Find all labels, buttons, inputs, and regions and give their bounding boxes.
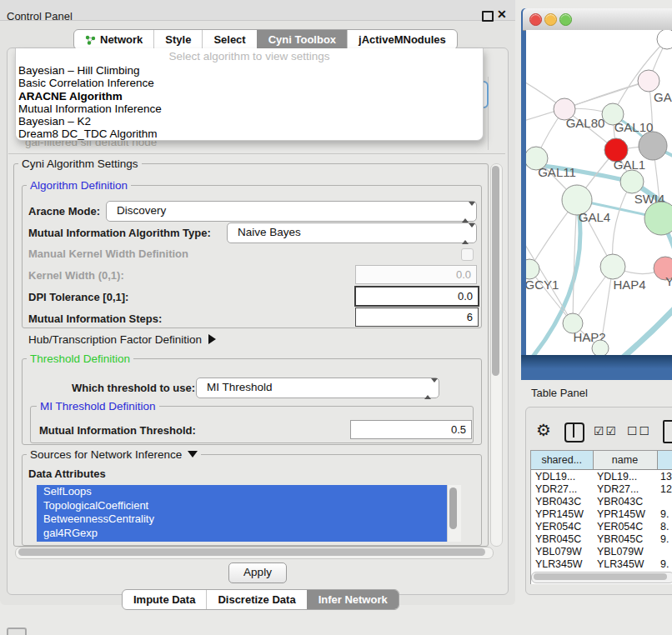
tab-select[interactable]: Select (202, 30, 256, 49)
table-cell[interactable]: 13 (657, 470, 672, 483)
apply-button[interactable]: Apply (228, 562, 287, 583)
column-header-a[interactable]: A (657, 451, 672, 470)
table-row[interactable]: YDL19...YDL19...13 (531, 470, 672, 483)
deselect-all-icon[interactable]: ☐☐ (627, 424, 651, 438)
hub-transcription-expander[interactable]: Hub/Transcription Factor Definition (28, 333, 216, 346)
table-row[interactable]: YER054CYER054C8. (531, 520, 672, 532)
kernel-width-field[interactable]: 0.0 (355, 265, 477, 284)
mi-threshold-label: Mutual Information Threshold: (39, 424, 196, 437)
table-cell[interactable]: 9. (657, 508, 672, 520)
control-panel-tabs: NetworkStyleSelectCyni ToolboxjActiveMNo… (73, 29, 458, 50)
close-traffic-light-icon[interactable] (529, 13, 542, 26)
table-row[interactable]: YBR045CYBR045C9. (531, 532, 672, 545)
dpi-tolerance-field[interactable]: 0.0 (354, 286, 479, 307)
table-cell[interactable] (657, 495, 672, 508)
column-header-name[interactable]: name (593, 451, 657, 470)
attributes-scrollbar-thumb[interactable] (449, 488, 457, 529)
table-cell[interactable]: YBR043C (593, 495, 657, 508)
table-cell[interactable]: YBL079W (593, 545, 657, 558)
algorithm-item-mutual-information-inference[interactable]: Mutual Information Inference (16, 102, 483, 115)
table-cell[interactable]: YBR045C (531, 532, 593, 545)
mi-steps-field[interactable]: 6 (355, 308, 479, 327)
table-cell[interactable]: YDL19... (531, 470, 593, 483)
attribute-item-betweennesscentrality[interactable]: BetweennessCentrality (37, 512, 447, 527)
network-node[interactable] (639, 132, 667, 160)
table-cell[interactable]: YDR27... (531, 482, 593, 495)
table-cell[interactable] (657, 545, 672, 558)
sources-title-label: Sources for Network Inference (30, 448, 182, 461)
network-node-hap4[interactable] (600, 254, 625, 279)
table-cell[interactable]: YDL19... (593, 470, 657, 483)
network-edge[interactable] (612, 182, 632, 267)
table-cell[interactable]: YER054C (531, 520, 593, 532)
algorithm-definition-title: Algorithm Definition (27, 179, 131, 192)
algorithm-item-dream8-dc-tdc-algorithm[interactable]: Dream8 DC_TDC Algorithm (16, 128, 483, 140)
table-cell[interactable]: YBR045C (593, 532, 657, 545)
bottom-tab-discretize-data[interactable]: Discretize Data (206, 590, 306, 609)
tab-label: Style (165, 30, 191, 49)
table-cell[interactable]: YDR27... (593, 482, 657, 495)
table-cell[interactable]: YBR043C (531, 495, 593, 508)
sources-group-title[interactable]: Sources for Network Inference (27, 448, 201, 461)
table-row[interactable]: YBL079WYBL079W (531, 545, 672, 558)
file-icon[interactable] (663, 420, 672, 443)
table-row[interactable]: YPR145WYPR145W9. (531, 508, 672, 520)
table-cell[interactable]: YPR145W (593, 508, 657, 520)
tab-network[interactable]: Network (74, 30, 153, 49)
manual-kernel-width-checkbox[interactable] (461, 248, 474, 261)
attribute-item-selfloops[interactable]: SelfLoops (37, 485, 447, 499)
network-node-gcy1[interactable] (526, 259, 539, 279)
bottom-tab-infer-network[interactable]: Infer Network (307, 590, 399, 609)
mi-algorithm-type-combo[interactable]: Naive Bayes (227, 222, 477, 243)
which-threshold-combo[interactable]: MI Threshold (196, 378, 439, 398)
network-node-gal[interactable] (638, 70, 659, 92)
network-node[interactable] (657, 30, 672, 49)
settings-vertical-scrollbar-thumb[interactable] (492, 166, 499, 376)
column-header-shared-[interactable]: shared... (531, 451, 593, 470)
network-canvas[interactable]: GALGAL80GAL10GAL1GAL11SWI4GAL4GCY1HAP4YH… (526, 30, 672, 355)
table-panel-title: Table Panel (531, 387, 588, 399)
split-columns-icon[interactable] (564, 422, 584, 442)
panel-separator (8, 153, 505, 154)
table-cell[interactable]: YPR145W (531, 508, 593, 520)
table-cell[interactable]: YBL079W (531, 545, 593, 558)
table-cell[interactable]: 12 (657, 482, 672, 495)
select-all-icon[interactable]: ☑☑ (594, 424, 618, 438)
float-window-icon[interactable] (482, 11, 494, 22)
mi-threshold-field[interactable]: 0.5 (350, 420, 472, 439)
spinner-arrows-icon (424, 382, 431, 395)
gear-icon[interactable]: ⚙ (536, 420, 551, 440)
settings-horizontal-scrollbar-thumb[interactable] (18, 548, 485, 556)
table-row[interactable]: YBR043CYBR043C (531, 495, 672, 508)
tab-style[interactable]: Style (153, 30, 202, 49)
network-edge[interactable] (622, 305, 672, 355)
minimize-traffic-light-icon[interactable] (544, 13, 557, 26)
attribute-item-topologicalcoefficient[interactable]: TopologicalCoefficient (37, 499, 447, 513)
network-node[interactable] (644, 202, 672, 235)
table-cell[interactable]: YLR345W (531, 558, 593, 570)
table-row[interactable]: YDR27...YDR27...12 (531, 482, 672, 495)
bottom-tab-impute-data[interactable]: Impute Data (123, 590, 206, 609)
tab-cyni-toolbox[interactable]: Cyni Toolbox (257, 30, 347, 49)
algorithm-item-bayesian-k2[interactable]: Bayesian – K2 (16, 115, 483, 128)
zoom-traffic-light-icon[interactable] (559, 13, 572, 26)
algorithm-item-aracne-algorithm[interactable]: ARACNE Algorithm (16, 90, 483, 102)
mi-algorithm-type-label: Mutual Information Algorithm Type: (28, 227, 211, 239)
attribute-item-gal4rgexp[interactable]: gal4RGexp (37, 527, 447, 541)
table-cell[interactable]: YER054C (593, 520, 657, 532)
network-node-swi4[interactable] (620, 170, 644, 193)
minimized-panel-stub[interactable] (7, 628, 27, 635)
table-cell[interactable]: YLR345W (593, 558, 657, 570)
algorithm-list: Bayesian – Hill ClimbingBasic Correlatio… (16, 64, 483, 141)
table-cell[interactable]: 9. (657, 532, 672, 545)
table-cell[interactable]: 9. (657, 558, 672, 570)
table-cell[interactable]: 8. (657, 520, 672, 532)
aracne-mode-combo[interactable]: Discovery (106, 201, 477, 222)
table-horizontal-scrollbar-thumb[interactable] (534, 573, 667, 580)
table-row[interactable]: YLR345WYLR345W9. (531, 558, 672, 570)
algorithm-item-bayesian-hill-climbing[interactable]: Bayesian – Hill Climbing (16, 64, 483, 77)
network-node[interactable] (592, 340, 609, 355)
algorithm-item-basic-correlation-inference[interactable]: Basic Correlation Inference (16, 77, 483, 89)
close-icon[interactable]: ✕ (497, 8, 507, 21)
tab-jactivemnodules[interactable]: jActiveMNodules (347, 30, 457, 49)
